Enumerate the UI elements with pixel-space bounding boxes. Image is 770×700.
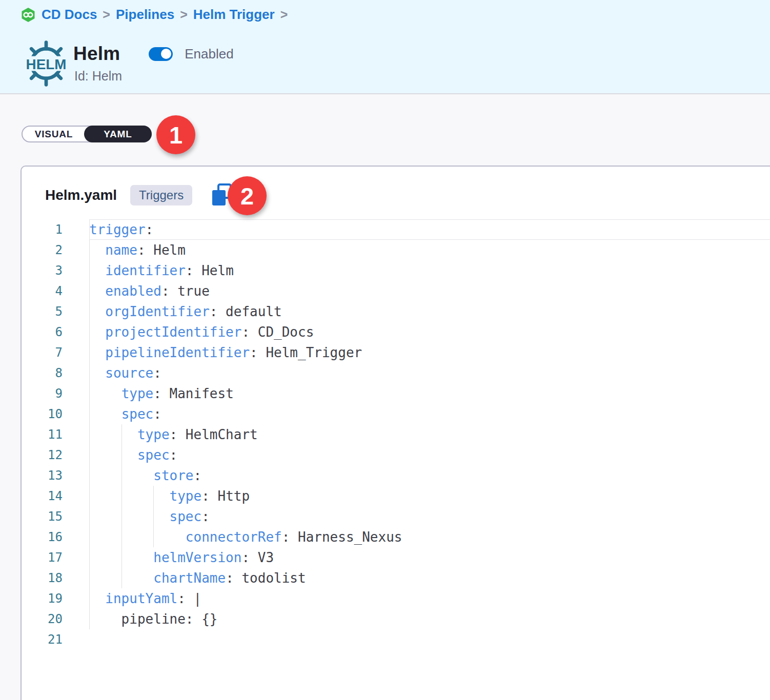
annotation-step-2: 2	[228, 176, 267, 215]
tab-yaml[interactable]: YAML	[84, 126, 152, 142]
tab-visual[interactable]: VISUAL	[23, 127, 85, 141]
yaml-panel: Helm.yaml Triggers 1trigger:2 name: Helm…	[21, 166, 770, 700]
code-line[interactable]: 11 type: HelmChart	[22, 424, 770, 445]
annotation-step-1: 1	[156, 115, 195, 154]
code-line[interactable]: 16 connectorRef: Harness_Nexus	[22, 527, 770, 547]
code-line-content[interactable]: source:	[89, 363, 770, 383]
code-line-content[interactable]: inputYaml: |	[89, 588, 770, 609]
code-line[interactable]: 5 orgIdentifier: default	[22, 301, 770, 322]
code-line-content[interactable]: spec:	[89, 404, 770, 424]
code-line[interactable]: 7 pipelineIdentifier: Helm_Trigger	[22, 342, 770, 363]
code-line[interactable]: 3 identifier: Helm	[22, 260, 770, 281]
page-title: Helm	[73, 43, 120, 65]
breadcrumb-link-cd-docs[interactable]: CD Docs	[42, 7, 97, 23]
trigger-id-text: Id: Helm	[74, 69, 122, 84]
line-number: 6	[22, 322, 63, 342]
page: { "breadcrumb": { "items": [ {"label": "…	[0, 0, 770, 700]
line-number: 17	[22, 547, 63, 568]
code-line[interactable]: 20 pipeline: {}	[22, 609, 770, 629]
line-number: 15	[22, 506, 63, 527]
code-line-content[interactable]: type: HelmChart	[89, 424, 770, 445]
code-line[interactable]: 1trigger:	[22, 219, 770, 240]
cd-module-icon	[21, 7, 36, 23]
code-line-content[interactable]: spec:	[89, 506, 770, 527]
entity-type-badge: Triggers	[130, 185, 192, 205]
line-number: 11	[22, 424, 63, 445]
code-line[interactable]: 15 spec:	[22, 506, 770, 527]
code-line-content[interactable]: type: Http	[89, 486, 770, 506]
line-number: 16	[22, 527, 63, 547]
svg-text:HELM: HELM	[26, 56, 67, 72]
line-number: 19	[22, 588, 63, 609]
yaml-editor[interactable]: 1trigger:2 name: Helm3 identifier: Helm4…	[22, 219, 770, 700]
code-line[interactable]: 12 spec:	[22, 445, 770, 465]
code-line[interactable]: 10 spec:	[22, 404, 770, 424]
code-line-content[interactable]	[89, 629, 770, 650]
breadcrumb-separator: >	[103, 7, 110, 22]
code-line-content[interactable]: enabled: true	[89, 281, 770, 301]
code-line[interactable]: 14 type: Http	[22, 486, 770, 506]
breadcrumb-separator: >	[280, 7, 288, 22]
code-line-content[interactable]: pipelineIdentifier: Helm_Trigger	[89, 342, 770, 363]
line-number: 21	[22, 629, 63, 650]
yaml-panel-header: Helm.yaml Triggers	[45, 182, 234, 209]
yaml-file-name: Helm.yaml	[45, 187, 117, 203]
code-line-content[interactable]: pipeline: {}	[89, 609, 770, 629]
code-line[interactable]: 4 enabled: true	[22, 281, 770, 301]
line-number: 9	[22, 383, 63, 404]
code-line-content[interactable]: spec:	[89, 445, 770, 465]
line-number: 18	[22, 568, 63, 588]
breadcrumb-link-helm-trigger[interactable]: Helm Trigger	[193, 7, 275, 23]
code-line-content[interactable]: chartName: todolist	[89, 568, 770, 588]
breadcrumb: CD Docs > Pipelines > Helm Trigger >	[21, 7, 288, 23]
code-line[interactable]: 13 store:	[22, 465, 770, 486]
enabled-label: Enabled	[185, 46, 233, 62]
code-line[interactable]: 17 helmVersion: V3	[22, 547, 770, 568]
page-header: CD Docs > Pipelines > Helm Trigger > HEL…	[0, 0, 770, 94]
breadcrumb-link-pipelines[interactable]: Pipelines	[116, 7, 174, 23]
code-line[interactable]: 8 source:	[22, 363, 770, 383]
code-line-content[interactable]: projectIdentifier: CD_Docs	[89, 322, 770, 342]
code-line-content[interactable]: connectorRef: Harness_Nexus	[89, 527, 770, 547]
code-line-content[interactable]: type: Manifest	[89, 383, 770, 404]
code-line-content[interactable]: name: Helm	[89, 240, 770, 260]
line-number: 14	[22, 486, 63, 506]
line-number: 20	[22, 609, 63, 629]
line-number: 10	[22, 404, 63, 424]
code-line-content[interactable]: trigger:	[89, 219, 770, 240]
code-line-content[interactable]: helmVersion: V3	[89, 547, 770, 568]
code-line[interactable]: 2 name: Helm	[22, 240, 770, 260]
line-number: 13	[22, 465, 63, 486]
line-number: 12	[22, 445, 63, 465]
view-mode-switcher: VISUAL YAML	[22, 126, 152, 142]
line-number: 2	[22, 240, 63, 260]
enabled-toggle[interactable]	[149, 47, 173, 61]
code-line[interactable]: 18 chartName: todolist	[22, 568, 770, 588]
code-line-content[interactable]: identifier: Helm	[89, 260, 770, 281]
line-number: 5	[22, 301, 63, 322]
toggle-knob	[160, 48, 172, 60]
code-line[interactable]: 6 projectIdentifier: CD_Docs	[22, 322, 770, 342]
line-number: 4	[22, 281, 63, 301]
line-number: 3	[22, 260, 63, 281]
line-number: 7	[22, 342, 63, 363]
code-line[interactable]: 19 inputYaml: |	[22, 588, 770, 609]
code-line-content[interactable]: orgIdentifier: default	[89, 301, 770, 322]
line-number: 1	[22, 219, 63, 240]
helm-logo-icon: HELM	[22, 39, 71, 90]
code-line[interactable]: 9 type: Manifest	[22, 383, 770, 404]
breadcrumb-separator: >	[180, 7, 188, 22]
code-line-content[interactable]: store:	[89, 465, 770, 486]
code-line[interactable]: 21	[22, 629, 770, 650]
line-number: 8	[22, 363, 63, 383]
